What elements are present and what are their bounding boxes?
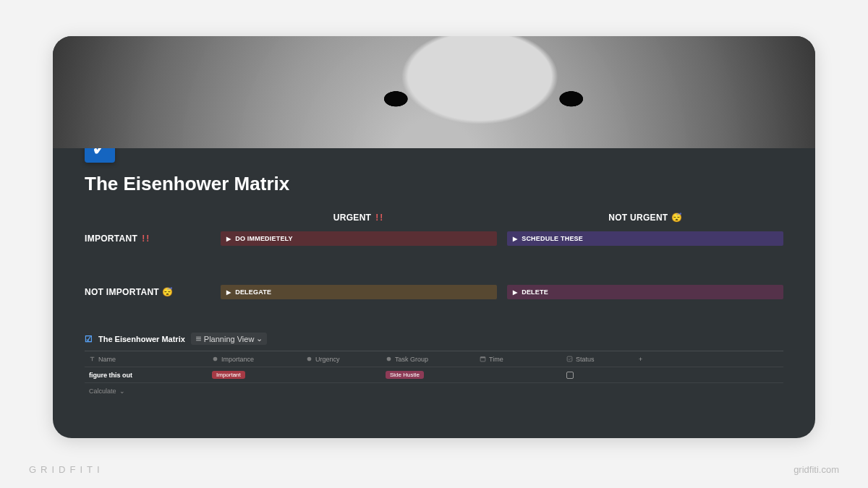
check-icon: ☑ — [85, 334, 93, 344]
svg-rect-0 — [196, 337, 201, 338]
select-icon — [386, 356, 392, 362]
svg-point-4 — [307, 357, 312, 361]
matrix-row-not-important: NOT IMPORTANT😴 — [85, 287, 210, 297]
brand-url: gridfiti.com — [793, 464, 839, 475]
matrix-cell-label: DELEGATE — [235, 288, 271, 296]
database-header: ☑ The Eisenhower Matrix Planning View ⌄ — [85, 333, 783, 345]
col-status[interactable]: Status — [562, 356, 634, 363]
sleep-emoji-icon: 😴 — [162, 287, 173, 297]
database-view-switcher[interactable]: Planning View ⌄ — [191, 333, 268, 345]
chevron-down-icon: ⌄ — [256, 334, 263, 343]
database-title[interactable]: The Eisenhower Matrix — [98, 335, 185, 343]
page-content: ✓ The Eisenhower Matrix URGENT!! NOT URG… — [53, 132, 815, 414]
svg-point-3 — [213, 357, 218, 361]
sleep-emoji-icon: 😴 — [671, 213, 682, 223]
matrix-row-important: IMPORTANT!! — [85, 234, 210, 244]
svg-rect-7 — [480, 357, 485, 359]
notion-page-card: ✓ The Eisenhower Matrix URGENT!! NOT URG… — [53, 36, 815, 438]
col-time[interactable]: Time — [475, 356, 562, 363]
calculate-menu[interactable]: Calculate ⌄ — [85, 388, 208, 395]
cell-status[interactable] — [562, 372, 634, 379]
select-icon — [212, 356, 218, 362]
chevron-down-icon: ⌄ — [119, 388, 125, 395]
brand-wordmark: GRIDFITI — [29, 464, 104, 475]
matrix-cell-schedule[interactable]: ▶ SCHEDULE THESE — [507, 231, 783, 246]
add-column-button[interactable]: + — [634, 356, 656, 363]
checkbox-icon — [566, 356, 573, 362]
col-importance[interactable]: Importance — [208, 356, 302, 363]
col-name[interactable]: Name — [85, 356, 208, 363]
double-exclaim-icon: !! — [142, 234, 150, 244]
cell-task-group[interactable]: Side Hustle — [381, 371, 475, 379]
calendar-icon — [480, 356, 486, 362]
toggle-triangle-icon: ▶ — [513, 288, 517, 295]
database-table: Name Importance Urgency Task Group Time … — [85, 351, 783, 399]
table-row[interactable]: figure this out Important Side Hustle — [85, 367, 783, 383]
matrix-cell-delegate[interactable]: ▶ DELEGATE — [221, 285, 497, 299]
cell-name[interactable]: figure this out — [85, 372, 208, 379]
matrix-cell-delete[interactable]: ▶ DELETE — [507, 285, 783, 299]
matrix-col-urgent: URGENT!! — [221, 213, 497, 223]
page-title[interactable]: The Eisenhower Matrix — [85, 173, 783, 195]
list-icon — [195, 335, 202, 342]
matrix-cell-label: SCHEDULE THESE — [522, 235, 583, 242]
svg-rect-2 — [196, 340, 201, 341]
toggle-triangle-icon: ▶ — [226, 288, 231, 295]
matrix-cell-label: DELETE — [522, 288, 548, 296]
plus-icon: + — [639, 356, 642, 363]
col-urgency[interactable]: Urgency — [302, 356, 381, 363]
matrix-cell-label: DO IMMEDIETELY — [235, 235, 292, 242]
matrix-col-not-urgent: NOT URGENT😴 — [507, 213, 783, 223]
toggle-triangle-icon: ▶ — [513, 235, 517, 241]
svg-point-5 — [387, 357, 391, 361]
database-block: ☑ The Eisenhower Matrix Planning View ⌄ … — [85, 333, 783, 399]
cell-importance[interactable]: Important — [208, 371, 302, 379]
table-footer-row: Calculate ⌄ — [85, 383, 783, 399]
table-header-row: Name Importance Urgency Task Group Time … — [85, 351, 783, 367]
text-icon — [89, 356, 95, 362]
svg-rect-1 — [196, 338, 201, 339]
matrix-cell-do[interactable]: ▶ DO IMMEDIETELY — [221, 231, 497, 246]
select-icon — [306, 356, 312, 362]
page-cover-image — [53, 36, 815, 148]
toggle-triangle-icon: ▶ — [226, 235, 231, 241]
checkbox-icon[interactable] — [566, 372, 574, 379]
double-exclaim-icon: !! — [375, 213, 384, 223]
eisenhower-matrix: URGENT!! NOT URGENT😴 IMPORTANT!! ▶ DO IM… — [85, 213, 783, 299]
col-task-group[interactable]: Task Group — [381, 356, 475, 363]
